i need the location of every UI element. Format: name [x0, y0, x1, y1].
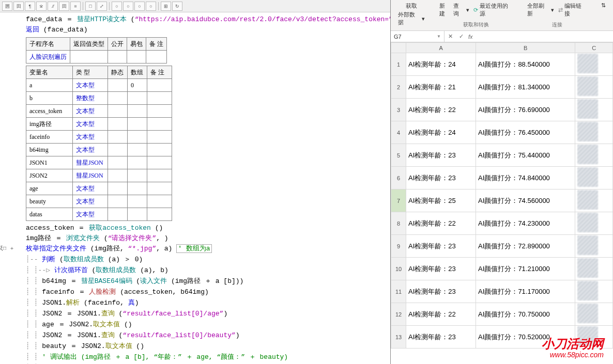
table-cell[interactable]: 0: [128, 79, 147, 92]
table-cell[interactable]: [108, 79, 128, 92]
toolbar-button[interactable]: 囲: [2, 2, 12, 11]
table-cell[interactable]: beauty: [26, 195, 73, 208]
table-cell[interactable]: [147, 118, 172, 131]
table-cell[interactable]: [147, 131, 172, 144]
cell[interactable]: AI检测年龄：23: [406, 144, 476, 167]
cell[interactable]: AI检测年龄：23: [406, 167, 476, 189]
table-cell[interactable]: [128, 195, 147, 208]
row-header[interactable]: 2: [391, 76, 406, 99]
table-cell[interactable]: [108, 169, 128, 182]
sheet-row[interactable]: 10AI检测年龄：23AI颜值打分：71.210000: [391, 258, 613, 280]
cell[interactable]: AI颜值打分：76.450000: [476, 121, 575, 144]
chevron-down-icon[interactable]: ▼: [437, 34, 441, 39]
table-cell[interactable]: [128, 156, 147, 169]
select-all-corner[interactable]: [391, 43, 406, 53]
row-header[interactable]: 10: [391, 258, 406, 280]
sheet-row[interactable]: 8AI检测年龄：22AI颜值打分：74.230000: [391, 212, 613, 235]
row-header[interactable]: 11: [391, 280, 406, 303]
table-cell[interactable]: [108, 208, 128, 221]
table-cell[interactable]: datas: [26, 208, 73, 221]
table-cell[interactable]: [127, 51, 146, 64]
table-row[interactable]: b64img文本型: [26, 144, 172, 156]
cell[interactable]: AI颜值打分：76.690000: [476, 99, 575, 121]
table-cell[interactable]: 彗星JSON: [73, 156, 108, 169]
toolbar-button[interactable]: ¶: [25, 2, 35, 11]
row-header[interactable]: 13: [391, 326, 406, 349]
table-cell[interactable]: 文本型: [73, 79, 108, 92]
table-row[interactable]: b整数型: [26, 92, 172, 105]
column-header[interactable]: A: [406, 43, 476, 53]
table-cell[interactable]: [128, 92, 147, 105]
table-row[interactable]: JSON2彗星JSON: [26, 169, 172, 182]
row-header[interactable]: 5: [391, 144, 406, 167]
table-cell[interactable]: age: [26, 182, 73, 195]
sheet-row[interactable]: 12AI检测年龄：22AI颜值打分：70.750000: [391, 303, 613, 326]
new-query-button[interactable]: 新建查询▾: [439, 2, 469, 18]
toolbar-button[interactable]: ⊞: [161, 2, 171, 11]
table-cell[interactable]: [147, 79, 172, 92]
cell[interactable]: AI检测年龄：23: [406, 280, 476, 303]
toolbar-button[interactable]: ↻: [172, 2, 182, 11]
table-cell[interactable]: [128, 169, 147, 182]
table-cell[interactable]: [128, 182, 147, 195]
ribbon-sort-button[interactable]: ⇅: [598, 2, 609, 28]
table-cell[interactable]: 文本型: [73, 182, 108, 195]
edit-links-button[interactable]: ⇄ 编辑链接: [558, 2, 587, 18]
table-cell[interactable]: [108, 105, 128, 118]
table-cell[interactable]: 人脸识别遍历: [26, 51, 70, 64]
cell-image[interactable]: [575, 212, 613, 235]
cell[interactable]: AI检测年龄：24: [406, 53, 476, 76]
table-cell[interactable]: [147, 92, 172, 105]
table-cell[interactable]: faceinfo: [26, 131, 73, 144]
table-cell[interactable]: [128, 208, 147, 221]
table-cell[interactable]: [147, 105, 172, 118]
sheet-row[interactable]: 2AI检测年龄：21AI颜值打分：81.340000: [391, 76, 613, 99]
cell[interactable]: AI检测年龄：23: [406, 258, 476, 280]
table-cell[interactable]: JSON1: [26, 156, 73, 169]
sheet-row[interactable]: 6AI检测年龄：23AI颜值打分：74.840000: [391, 167, 613, 189]
cell[interactable]: AI颜值打分：74.230000: [476, 212, 575, 235]
cell[interactable]: AI颜值打分：72.890000: [476, 235, 575, 258]
toolbar-button[interactable]: ○: [146, 2, 156, 11]
cell-image[interactable]: [575, 144, 613, 167]
table-cell[interactable]: [108, 118, 128, 131]
column-header[interactable]: B: [476, 43, 575, 53]
subroutine-table[interactable]: 子程序名返回值类型公开易包备 注 人脸识别遍历: [26, 37, 167, 64]
toolbar-button[interactable]: ≡: [70, 2, 81, 11]
recent-sources-button[interactable]: ⟳ 最近使用的源: [473, 2, 513, 18]
table-cell[interactable]: [128, 118, 147, 131]
sheet-row[interactable]: 1AI检测年龄：24AI颜值打分：88.540000: [391, 53, 613, 76]
cell[interactable]: AI检测年龄：22: [406, 303, 476, 326]
table-cell[interactable]: [108, 182, 128, 195]
table-cell[interactable]: [108, 92, 128, 105]
table-row[interactable]: img路径文本型: [26, 118, 172, 131]
table-cell[interactable]: [108, 51, 127, 64]
table-row[interactable]: access_token文本型: [26, 105, 172, 118]
table-cell[interactable]: 文本型: [73, 195, 108, 208]
table-cell[interactable]: b64img: [26, 144, 73, 156]
sheet-row[interactable]: 3AI检测年龄：22AI颜值打分：76.690000: [391, 99, 613, 121]
table-cell[interactable]: access_token: [26, 105, 73, 118]
cell[interactable]: AI颜值打分：71.170000: [476, 280, 575, 303]
table-cell[interactable]: 文本型: [73, 144, 108, 156]
cell[interactable]: AI检测年龄：25: [406, 189, 476, 212]
cell[interactable]: AI检测年龄：21: [406, 76, 476, 99]
table-cell[interactable]: a: [26, 79, 73, 92]
spreadsheet-grid[interactable]: A B C 1AI检测年龄：24AI颜值打分：88.5400002AI检测年龄：…: [391, 42, 613, 349]
table-row[interactable]: datas文本型: [26, 208, 172, 221]
sheet-row[interactable]: 11AI检测年龄：23AI颜值打分：71.170000: [391, 280, 613, 303]
table-cell[interactable]: [147, 195, 172, 208]
cell[interactable]: AI颜值打分：70.520000: [476, 326, 575, 349]
cell[interactable]: AI颜值打分：88.540000: [476, 53, 575, 76]
table-row[interactable]: age文本型: [26, 182, 172, 195]
table-cell[interactable]: img路径: [26, 118, 73, 131]
row-header[interactable]: 9: [391, 235, 406, 258]
sheet-row[interactable]: 13AI检测年龄：23AI颜值打分：70.520000: [391, 326, 613, 349]
formula-input[interactable]: [476, 34, 611, 40]
cancel-formula-button[interactable]: ✕: [447, 33, 454, 40]
table-cell[interactable]: [146, 51, 167, 64]
accept-formula-button[interactable]: ✓: [457, 33, 465, 40]
fx-icon[interactable]: fx: [468, 34, 473, 40]
cell[interactable]: AI检测年龄：22: [406, 99, 476, 121]
table-cell[interactable]: b: [26, 92, 73, 105]
